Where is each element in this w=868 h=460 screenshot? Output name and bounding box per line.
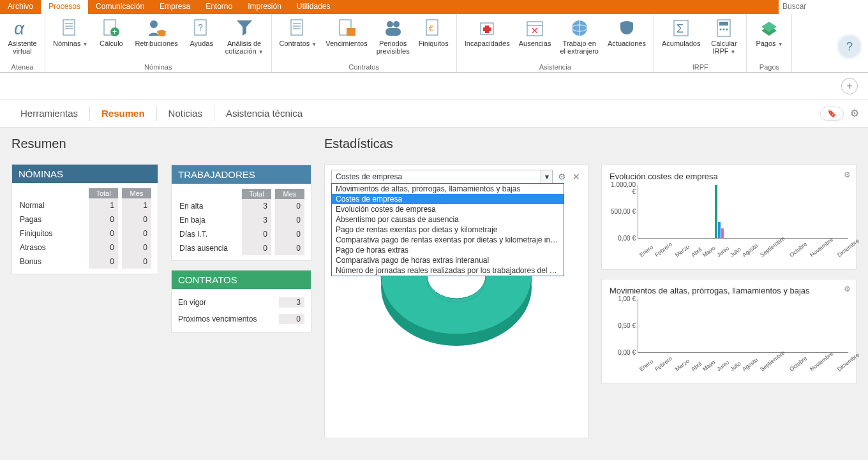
cell-mes: 0 bbox=[275, 227, 304, 241]
row-label: Normal bbox=[19, 198, 85, 212]
cell-mes: 0 bbox=[275, 213, 304, 227]
actuaciones-icon bbox=[617, 18, 637, 38]
ribbon-contratos[interactable]: Contratos ▼ bbox=[277, 17, 320, 63]
ribbon-calc-irpf[interactable]: CalcularIRPF ▼ bbox=[707, 17, 741, 63]
add-tab-button[interactable]: + bbox=[841, 78, 858, 94]
ausencias-icon: ✕ bbox=[525, 18, 545, 38]
cell-total: 0 bbox=[89, 212, 118, 226]
ribbon-group-label: Pagos bbox=[752, 63, 786, 71]
tab-asistencia[interactable]: Asistencia técnica bbox=[214, 101, 314, 125]
ribbon-label: CalcularIRPF ▼ bbox=[711, 40, 737, 56]
ribbon-label: Vencimientos bbox=[326, 40, 367, 47]
analisis-icon bbox=[234, 18, 255, 38]
tab-resumen[interactable]: Resumen bbox=[90, 101, 156, 125]
tab-herramientas[interactable]: Herramientas bbox=[9, 101, 89, 125]
svg-point-20 bbox=[393, 21, 400, 27]
bar bbox=[718, 222, 721, 238]
ribbon-extranjero[interactable]: Trabajo enel extranjero bbox=[557, 17, 601, 63]
asistente-icon: α bbox=[12, 18, 33, 38]
ayudas-icon: ? bbox=[191, 18, 212, 38]
x-ticks: EneroFebreroMarzoAbrilMayoJunioJulioAgos… bbox=[638, 253, 852, 260]
ribbon-pagos[interactable]: Pagos ▼ bbox=[752, 17, 786, 63]
search-input[interactable] bbox=[779, 0, 868, 13]
dropdown-option[interactable]: Costes de empresa bbox=[332, 194, 564, 204]
svg-text:Σ: Σ bbox=[677, 22, 684, 35]
menu-utilidades[interactable]: Utilidades bbox=[289, 0, 338, 14]
dropdown-toggle[interactable]: ▾ bbox=[541, 170, 553, 184]
card-contratos: CONTRATOS En vigor3Próximos vencimientos… bbox=[171, 270, 311, 333]
ribbon-incapacidades[interactable]: Incapacidades bbox=[462, 17, 513, 63]
add-tab-row: + bbox=[0, 73, 868, 100]
cell-total: 0 bbox=[242, 227, 271, 241]
menu-empresa[interactable]: Empresa bbox=[152, 0, 198, 14]
ribbon-asistente[interactable]: α Asistentevirtual bbox=[5, 17, 40, 63]
svg-text:α: α bbox=[14, 19, 25, 38]
ribbon-analisis[interactable]: Análisis decotización ▼ bbox=[223, 17, 266, 63]
chart-title: Movimientos de altas, prórrogas, llamami… bbox=[610, 286, 848, 295]
gear-icon[interactable]: ⚙ bbox=[844, 285, 851, 293]
dropdown-option[interactable]: Movimientos de altas, prórrogas, llamami… bbox=[332, 184, 564, 194]
svg-point-10 bbox=[157, 33, 166, 36]
ribbon-label: Incapacidades bbox=[465, 40, 510, 47]
ribbon-periodos[interactable]: Periodosprevisibles bbox=[374, 17, 412, 63]
ribbon-ayudas[interactable]: ? Ayudas bbox=[184, 17, 219, 63]
cell-total: 0 bbox=[89, 241, 118, 255]
ribbon-group-label: Contratos bbox=[277, 63, 451, 71]
cell-mes: 0 bbox=[122, 212, 151, 226]
dropdown-option[interactable]: Pago de horas extras bbox=[332, 245, 564, 255]
gear-icon[interactable]: ⚙ bbox=[850, 107, 859, 119]
card-trabajadores-header: TRABAJADORES bbox=[172, 165, 311, 184]
chart-movimientos: 1,00 €0,50 €0,00 €EneroFebreroMarzoAbril… bbox=[638, 299, 848, 353]
ribbon-nominas[interactable]: Nóminas ▼ bbox=[50, 17, 90, 63]
ribbon-group: Σ Acumulados CalcularIRPF ▼ IRPF bbox=[654, 14, 747, 72]
menu-archivo[interactable]: Archivo bbox=[0, 0, 41, 14]
y-tick: 0,50 € bbox=[608, 322, 636, 329]
svg-rect-36 bbox=[719, 22, 728, 26]
bar bbox=[715, 185, 717, 238]
card-trabajadores: TRABAJADORES TotalMesEn alta30En baja30D… bbox=[171, 165, 311, 261]
row-label: Días ausencia bbox=[178, 241, 238, 255]
cell-total: 3 bbox=[242, 199, 271, 213]
row-label: Días I.T. bbox=[178, 227, 238, 241]
menu-procesos[interactable]: Procesos bbox=[41, 0, 88, 14]
menu-entorno[interactable]: Entorno bbox=[198, 0, 240, 14]
cell-mes: 0 bbox=[122, 255, 151, 269]
ribbon-actuaciones[interactable]: Actuaciones bbox=[605, 17, 648, 63]
row-label: En alta bbox=[178, 199, 238, 213]
ribbon-calculo[interactable]: + Cálculo bbox=[94, 17, 128, 63]
dropdown-option[interactable]: Número de jornadas reales realizadas por… bbox=[332, 265, 564, 276]
ribbon-group-label: IRPF bbox=[659, 63, 742, 71]
ribbon-label: Acumulados bbox=[662, 40, 701, 47]
dropdown-option[interactable]: Comparativa pago de horas extras interan… bbox=[332, 255, 564, 265]
ribbon-ausencias[interactable]: ✕ Ausencias bbox=[516, 17, 554, 63]
y-tick: 500,00 € bbox=[608, 208, 636, 215]
ribbon-label: Periodosprevisibles bbox=[377, 40, 410, 55]
close-icon[interactable]: ✕ bbox=[571, 172, 581, 182]
stats-select[interactable]: Costes de empresa ▾ Movimientos de altas… bbox=[331, 170, 553, 184]
menu-impresion[interactable]: Impresión bbox=[240, 0, 289, 14]
dropdown-option[interactable]: Absentismo por causas de ausencia bbox=[332, 214, 564, 225]
tab-noticias[interactable]: Noticias bbox=[157, 101, 214, 125]
ribbon-label: Ausencias bbox=[519, 40, 551, 47]
ribbon-vencimientos[interactable]: Vencimientos bbox=[323, 17, 370, 63]
ribbon-group-label: Asistencia bbox=[462, 63, 648, 71]
bookmark-icon[interactable]: 🔖 bbox=[820, 107, 844, 121]
card-stats: Costes de empresa ▾ Movimientos de altas… bbox=[324, 164, 588, 438]
ribbon-group: Incapacidades ✕ Ausencias Trabajo enel e… bbox=[457, 14, 654, 72]
row-label: En baja bbox=[178, 213, 238, 227]
y-tick: 1.000,00 € bbox=[608, 181, 636, 195]
dropdown-option[interactable]: Evolución costes de empresa bbox=[332, 204, 564, 214]
ribbon-acumulados[interactable]: Σ Acumulados bbox=[659, 17, 703, 63]
dropdown-option[interactable]: Comparativa pago de rentas exentas por d… bbox=[332, 235, 564, 245]
ribbon-finiquitos[interactable]: € Finiquitos bbox=[416, 17, 451, 63]
gear-icon[interactable]: ⚙ bbox=[844, 170, 851, 179]
svg-text:+: + bbox=[112, 27, 117, 36]
nominas-icon bbox=[60, 18, 80, 38]
nominas-table: TotalMesNormal11Pagas00Finiquitos00Atras… bbox=[19, 188, 151, 269]
dropdown-option[interactable]: Pago de rentas exentas por dietas y kilo… bbox=[332, 225, 564, 235]
ribbon-retribuciones[interactable]: Retribuciones bbox=[132, 17, 180, 63]
menu-comunicacion[interactable]: Comunicación bbox=[88, 0, 152, 14]
gear-icon[interactable]: ⚙ bbox=[557, 172, 567, 182]
help-fab[interactable]: ? bbox=[839, 36, 860, 57]
cell-total: 0 bbox=[242, 241, 271, 255]
